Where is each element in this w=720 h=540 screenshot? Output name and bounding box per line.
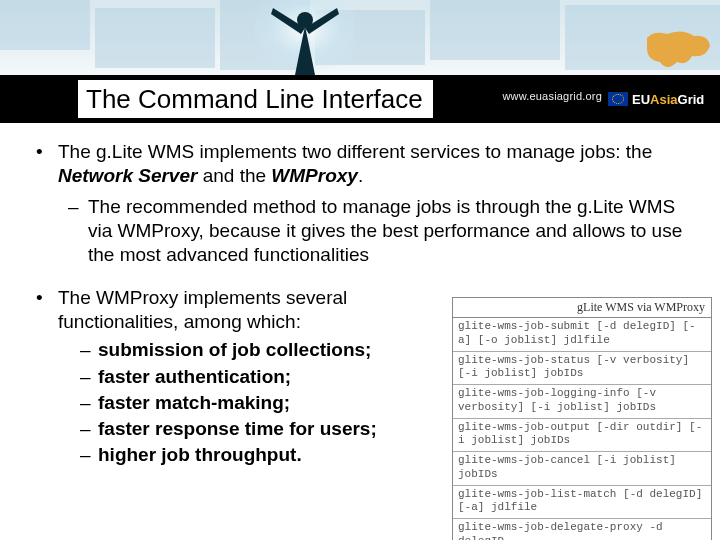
second-block: The WMProxy implements several functiona… <box>36 286 446 468</box>
brand-logo: EUAsiaGrid <box>608 80 708 118</box>
cmd-row: glite-wms-job-output [-dir outdir] [-i j… <box>453 419 711 453</box>
sub-bullet-1: The recommended method to manage jobs is… <box>58 195 696 268</box>
brand-grid: Grid <box>678 92 705 107</box>
feat-4-text: faster response time for users; <box>98 418 377 439</box>
feat-4: faster response time for users; <box>58 417 446 441</box>
eu-flag-icon <box>608 92 628 106</box>
feat-1-text: submission of job collections; <box>98 339 371 360</box>
p1-part-c: and the <box>197 165 271 186</box>
cmd-row: glite-wms-job-logging-info [-v verbosity… <box>453 385 711 419</box>
slide: The Command Line Interface www.euasiagri… <box>0 0 720 540</box>
brand-asia: Asia <box>650 92 677 107</box>
p2-text: The WMProxy implements several functiona… <box>58 287 347 332</box>
cmd-row: glite-wms-job-submit [-d delegID] [-a] [… <box>453 318 711 352</box>
cmd-row: glite-wms-job-cancel [-i joblist] jobIDs <box>453 452 711 486</box>
p1-part-b: Network Server <box>58 165 197 186</box>
cmd-row: glite-wms-job-delegate-proxy -d delegID <box>453 519 711 540</box>
feat-2: faster authentication; <box>58 365 446 389</box>
feat-1: submission of job collections; <box>58 338 446 362</box>
asia-map-icon <box>642 28 712 73</box>
brand-text: EUAsiaGrid <box>632 92 704 107</box>
bullet-2: The WMProxy implements several functiona… <box>36 286 446 468</box>
page-title: The Command Line Interface <box>78 80 433 118</box>
bullet-1: The g.Lite WMS implements two different … <box>36 140 696 268</box>
feat-5-text: higher job throughput. <box>98 444 302 465</box>
p1-part-d: WMProxy <box>271 165 358 186</box>
banner-background <box>0 0 720 75</box>
p1-part-a: The g.Lite WMS implements two different … <box>58 141 652 162</box>
site-url: www.euasiagrid.org <box>502 90 602 102</box>
feat-3-text: faster match-making; <box>98 392 290 413</box>
cmd-row: glite-wms-job-status [-v verbosity] [-i … <box>453 352 711 386</box>
command-table-header: gLite WMS via WMProxy <box>453 298 711 318</box>
p1-part-e: . <box>358 165 363 186</box>
cmd-row: glite-wms-job-list-match [-d delegID] [-… <box>453 486 711 520</box>
command-table: gLite WMS via WMProxy glite-wms-job-subm… <box>452 297 712 540</box>
banner-blocks <box>0 0 720 75</box>
brand-eu: EU <box>632 92 650 107</box>
feat-5: higher job throughput. <box>58 443 446 467</box>
figure-silhouette <box>255 0 355 75</box>
feat-3: faster match-making; <box>58 391 446 415</box>
feat-2-text: faster authentication; <box>98 366 291 387</box>
